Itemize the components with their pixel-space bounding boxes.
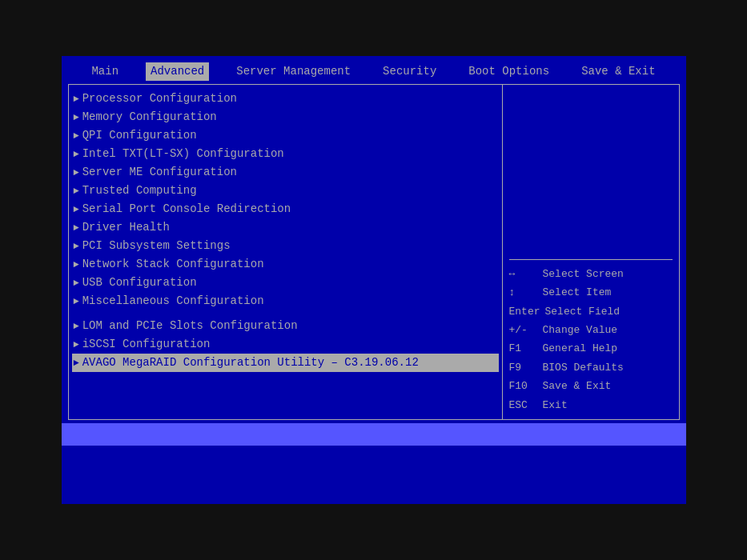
key-desc: General Help xyxy=(543,339,618,358)
key-name: F9 xyxy=(509,358,538,377)
menu-item[interactable]: ►USB Configuration xyxy=(72,274,499,292)
arrow-icon: ► xyxy=(74,92,79,106)
arrow-icon: ► xyxy=(74,110,79,125)
key-row: F1General Help xyxy=(509,339,673,358)
arrow-icon: ► xyxy=(74,294,79,309)
menu-item-label: Processor Configuration xyxy=(82,90,497,107)
key-row: ↔Select Screen xyxy=(509,265,673,283)
menu-item[interactable]: ►LOM and PCIe Slots Configuration xyxy=(72,317,499,335)
key-desc: Change Value xyxy=(543,321,618,339)
arrow-icon: ► xyxy=(74,184,79,198)
key-desc: BIOS Defaults xyxy=(543,358,624,377)
key-row: F9BIOS Defaults xyxy=(509,358,673,377)
menu-item[interactable]: ►QPI Configuration xyxy=(72,126,499,145)
arrow-icon: ► xyxy=(74,356,79,370)
arrow-icon: ► xyxy=(74,129,79,143)
menu-item[interactable]: ►Serial Port Console Redirection xyxy=(72,200,499,218)
menu-item-label: Intel TXT(LT-SX) Configuration xyxy=(82,146,497,162)
key-name: ↔ xyxy=(509,265,538,283)
menu-item-label: LOM and PCIe Slots Configuration xyxy=(82,318,497,334)
key-desc: Select Screen xyxy=(543,265,624,283)
menu-item-label: USB Configuration xyxy=(82,274,497,291)
key-row: F10Save & Exit xyxy=(509,377,673,395)
menu-item[interactable]: ►iSCSI Configuration xyxy=(72,335,499,354)
help-divider xyxy=(509,96,673,259)
key-row: ↕Select Item xyxy=(509,283,673,302)
menu-item-label: Miscellaneous Configuration xyxy=(82,293,497,310)
arrow-icon: ► xyxy=(74,221,79,235)
key-name: +/- xyxy=(509,321,538,339)
nav-bar: MainAdvancedServer ManagementSecurityBoo… xyxy=(62,61,686,84)
arrow-icon: ► xyxy=(74,239,79,254)
menu-item-label: Memory Configuration xyxy=(82,109,497,126)
arrow-icon: ► xyxy=(74,258,79,272)
right-panel: ↔Select Screen↕Select ItemEnterSelect Fi… xyxy=(503,85,679,419)
key-desc: Exit xyxy=(543,396,568,414)
key-name: ESC xyxy=(509,396,538,414)
arrow-icon: ► xyxy=(74,202,79,217)
key-help: ↔Select Screen↕Select ItemEnterSelect Fi… xyxy=(509,259,673,414)
content-area: ►Processor Configuration►Memory Configur… xyxy=(68,84,680,420)
menu-item-label: AVAGO MegaRAID Configuration Utility – C… xyxy=(82,354,497,371)
menu-item[interactable]: ►PCI Subsystem Settings xyxy=(72,237,499,255)
arrow-icon: ► xyxy=(74,166,79,180)
nav-item-security[interactable]: Security xyxy=(378,62,441,81)
menu-item[interactable]: ►Trusted Computing xyxy=(72,182,499,200)
key-row: ESCExit xyxy=(509,396,673,414)
menu-item-label: QPI Configuration xyxy=(82,127,497,144)
menu-item[interactable]: ►Intel TXT(LT-SX) Configuration xyxy=(72,145,499,163)
nav-item-server-management[interactable]: Server Management xyxy=(231,62,355,81)
menu-item-label: Trusted Computing xyxy=(82,182,497,199)
key-name: F10 xyxy=(509,377,538,395)
nav-item-save-&-exit[interactable]: Save & Exit xyxy=(576,62,660,81)
arrow-icon: ► xyxy=(74,338,79,352)
bottom-bar xyxy=(62,423,686,446)
menu-item-label: PCI Subsystem Settings xyxy=(82,238,497,254)
menu-item[interactable]: ►Miscellaneous Configuration xyxy=(72,292,499,310)
menu-item[interactable]: ►AVAGO MegaRAID Configuration Utility – … xyxy=(72,354,499,372)
key-row: +/-Change Value xyxy=(509,321,673,339)
menu-item[interactable]: ►Network Stack Configuration xyxy=(72,255,499,274)
key-desc: Select Field xyxy=(545,302,620,321)
key-name: Enter xyxy=(509,302,540,321)
menu-item[interactable]: ►Server ME Configuration xyxy=(72,163,499,182)
menu-item-label: Serial Port Console Redirection xyxy=(82,201,497,218)
menu-item-label: iSCSI Configuration xyxy=(82,336,497,353)
menu-item[interactable]: ►Memory Configuration xyxy=(72,108,499,126)
arrow-icon: ► xyxy=(74,147,79,162)
menu-item-label: Driver Health xyxy=(82,219,497,236)
arrow-icon: ► xyxy=(74,276,79,290)
arrow-icon: ► xyxy=(74,319,79,334)
menu-item-label: Network Stack Configuration xyxy=(82,256,497,273)
bios-screen: MainAdvancedServer ManagementSecurityBoo… xyxy=(62,56,686,504)
left-panel: ►Processor Configuration►Memory Configur… xyxy=(69,85,503,419)
menu-item-label: Server ME Configuration xyxy=(82,164,497,181)
menu-item[interactable]: ►Processor Configuration xyxy=(72,90,499,108)
nav-item-main[interactable]: Main xyxy=(86,62,123,81)
nav-item-advanced[interactable]: Advanced xyxy=(146,62,209,81)
key-desc: Save & Exit xyxy=(543,377,612,395)
key-row: EnterSelect Field xyxy=(509,302,673,321)
nav-item-boot-options[interactable]: Boot Options xyxy=(464,62,554,81)
menu-item[interactable]: ►Driver Health xyxy=(72,218,499,237)
key-name: F1 xyxy=(509,339,538,358)
key-name: ↕ xyxy=(509,283,538,302)
key-desc: Select Item xyxy=(543,283,612,302)
